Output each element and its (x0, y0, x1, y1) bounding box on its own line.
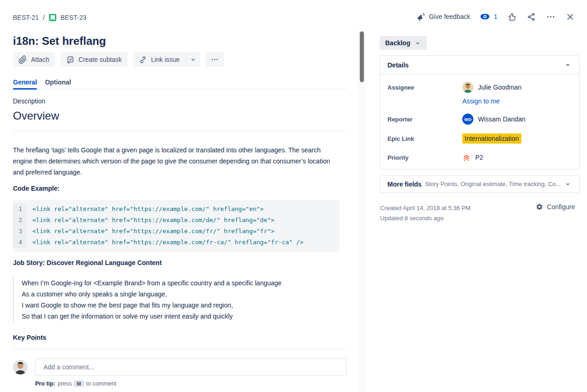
section-divider (13, 131, 346, 132)
more-actions-icon (211, 55, 219, 64)
key-points-label: Key Points (13, 334, 347, 343)
link-issue-button[interactable]: Link issue (133, 52, 185, 67)
code-line-number: 1 (13, 204, 27, 215)
breadcrumb: BEST-21 / BEST-23 (13, 13, 347, 22)
gear-icon (536, 203, 543, 211)
like-thumbs-up-icon (507, 12, 517, 22)
pro-tip-press: press (58, 380, 72, 387)
more-actions-button[interactable] (546, 12, 556, 22)
priority-value[interactable]: P2 (462, 153, 572, 162)
more-fields-title: More fields (387, 181, 422, 188)
vertical-scrollbar[interactable] (358, 29, 365, 392)
chevron-down-icon (564, 180, 572, 188)
link-issue-dropdown-button[interactable] (185, 52, 200, 67)
comment-pro-tip: Pro tip: press M to comment (35, 380, 346, 387)
code-line: 3 <link rel="alternate" href="https://ex… (13, 226, 339, 237)
like-button[interactable] (507, 12, 517, 22)
job-story-line: As a customer who only speaks a single l… (22, 289, 336, 300)
reporter-name: Wissam Dandan (478, 115, 526, 123)
breadcrumb-separator: / (43, 14, 45, 21)
priority-label: Priority (387, 154, 462, 161)
breadcrumb-current-link[interactable]: BEST-23 (61, 14, 86, 21)
watchers-count: 1 (494, 13, 497, 20)
code-line-number: 4 (13, 237, 27, 248)
create-subtask-label: Create subtask (79, 56, 122, 63)
tab-general[interactable]: General (13, 78, 37, 89)
status-dropdown-button[interactable]: Backlog (380, 36, 427, 50)
assignee-name: Julie Goodman (478, 84, 521, 91)
code-line-number: 2 (13, 215, 27, 226)
details-panel: Details Assignee Julie G (380, 55, 580, 169)
close-button[interactable] (565, 12, 575, 22)
details-panel-header[interactable]: Details (380, 56, 579, 74)
job-story-label: Job Story: Discover Regional Language Co… (13, 259, 347, 268)
issue-title: i18n: Set hreflang (13, 35, 347, 48)
assignee-avatar (462, 82, 473, 93)
link-issue-split-button: Link issue (133, 52, 200, 67)
link-issue-label: Link issue (151, 56, 180, 63)
description-tabs: General Optional (13, 78, 346, 90)
toolbar-more-button[interactable] (206, 52, 224, 67)
code-line: 4 <link rel="alternate" href="https://ex… (13, 237, 339, 248)
chevron-up-icon (564, 61, 572, 69)
more-fields-panel[interactable]: More fields Story Points, Original estim… (380, 175, 580, 193)
issue-toolbar: Attach Create subtask (13, 52, 347, 67)
link-issue-icon (139, 55, 147, 64)
code-line: 2 <link rel="alternate" href="https://ex… (13, 215, 339, 226)
updated-timestamp: Updated 8 seconds ago (380, 213, 580, 223)
field-row-priority: Priority P2 (387, 153, 572, 162)
description-paragraph: The hreflang ‘tags’ tells Google that a … (13, 145, 336, 178)
scrollbar-thumb[interactable] (360, 31, 364, 82)
epic-link-badge[interactable]: Internationalization (462, 133, 521, 144)
give-feedback-button[interactable]: Give feedback (416, 12, 471, 21)
current-user-avatar[interactable] (13, 360, 28, 374)
configure-button[interactable]: Configure (536, 203, 575, 211)
watch-button[interactable]: 1 (480, 12, 497, 22)
code-line-text: <link rel="alternate" href="https://exam… (27, 215, 274, 226)
share-icon (526, 12, 536, 22)
description-heading: Overview (13, 109, 347, 122)
attach-button[interactable]: Attach (13, 52, 55, 67)
attach-label: Attach (31, 56, 49, 63)
share-button[interactable] (526, 12, 536, 22)
assign-to-me-link[interactable]: Assign to me (462, 97, 500, 105)
priority-p2-icon (462, 153, 471, 162)
more-fields-summary: Story Points, Original estimate, Time tr… (425, 181, 561, 187)
assignee-value[interactable]: Julie Goodman (462, 82, 572, 93)
assignee-label: Assignee (387, 84, 462, 91)
description-field-label: Description (13, 97, 347, 107)
footer-divider (13, 349, 346, 350)
field-row-reporter: Reporter WD Wissam Dandan (387, 114, 572, 125)
add-comment-input[interactable] (35, 358, 346, 376)
issue-meta: Created April 14, 2018 at 5:36 PM Update… (380, 203, 580, 223)
status-label: Backlog (385, 39, 410, 47)
job-story-line: I want Google to show me the best page t… (22, 300, 336, 311)
megaphone-icon (416, 12, 425, 21)
details-title: Details (387, 61, 409, 69)
code-line-number: 3 (13, 226, 27, 237)
code-example-label: Code Example: (13, 185, 347, 194)
shortcut-key-badge: M (74, 380, 84, 387)
watch-eye-icon (480, 12, 490, 22)
code-line-text: <link rel="alternate" href="https://exam… (27, 226, 274, 237)
give-feedback-label: Give feedback (429, 13, 471, 20)
reporter-label: Reporter (387, 116, 462, 123)
reporter-value[interactable]: WD Wissam Dandan (462, 114, 572, 125)
more-actions-icon (546, 12, 556, 22)
header-actions: Give feedback 1 (416, 12, 575, 22)
job-story-line: When I’m Google-ing for <Example Brand> … (22, 277, 336, 289)
field-row-assignee: Assignee Julie Goodman Assign to me (387, 82, 572, 105)
configure-label: Configure (547, 203, 575, 211)
code-line: 1 <link rel="alternate" href="https://ex… (13, 204, 339, 215)
epic-link-label: Epic Link (387, 135, 462, 142)
chevron-down-icon (189, 56, 197, 63)
issue-main-panel: BEST-21 / BEST-23 i18n: Set hreflang Att… (0, 0, 347, 343)
breadcrumb-parent-link[interactable]: BEST-21 (13, 14, 39, 21)
code-line-text: <link rel="alternate" href="https://exam… (27, 237, 303, 248)
create-subtask-icon (66, 55, 75, 64)
tab-optional[interactable]: Optional (45, 78, 71, 89)
create-subtask-button[interactable]: Create subtask (61, 52, 127, 67)
story-icon (49, 14, 56, 21)
field-row-epic-link: Epic Link Internationalization (387, 133, 572, 144)
comment-footer: Pro tip: press M to comment (13, 349, 346, 387)
